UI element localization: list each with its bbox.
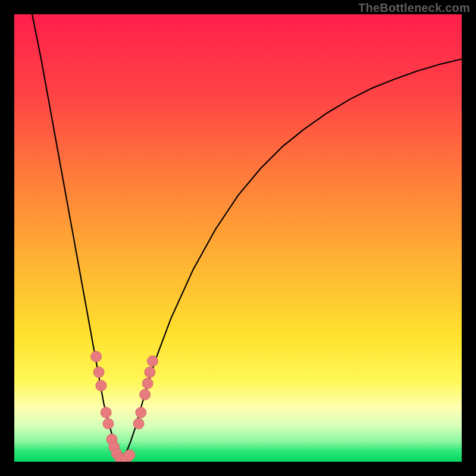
- data-marker: [91, 351, 102, 362]
- data-marker: [124, 450, 135, 461]
- data-marker: [133, 418, 144, 429]
- data-marker: [136, 407, 146, 418]
- data-marker: [145, 367, 155, 378]
- data-marker: [93, 367, 104, 378]
- data-marker: [142, 378, 153, 389]
- chart-svg: [14, 14, 462, 462]
- gradient-background: [14, 14, 462, 462]
- data-marker: [140, 389, 151, 400]
- watermark-text: TheBottleneck.com: [358, 1, 470, 15]
- data-marker: [103, 418, 114, 429]
- data-marker: [96, 380, 107, 391]
- data-marker: [101, 407, 111, 418]
- data-marker: [147, 356, 158, 367]
- chart-frame: [14, 14, 462, 462]
